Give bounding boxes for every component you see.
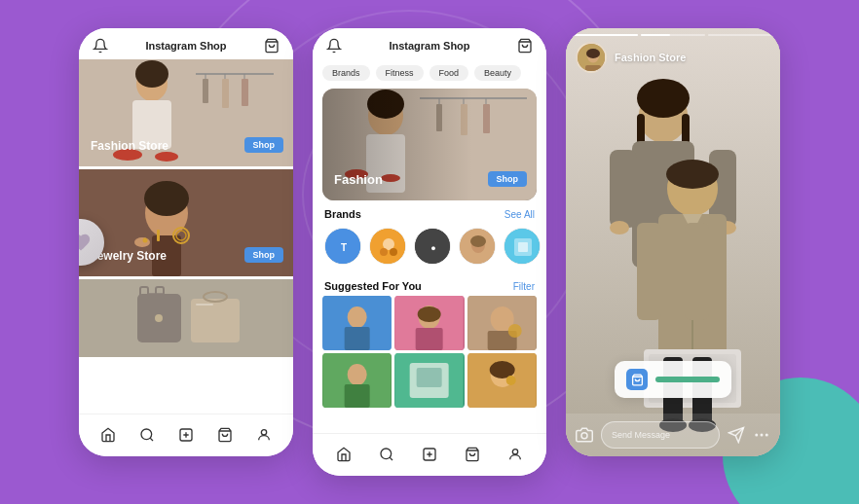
center-profile-icon: [507, 447, 523, 462]
svg-point-21: [134, 237, 150, 247]
svg-rect-69: [345, 327, 370, 350]
suggested-item-2[interactable]: [394, 296, 464, 350]
brand-3[interactable]: ●: [414, 228, 451, 265]
svg-point-57: [380, 248, 388, 256]
svg-point-16: [144, 181, 189, 216]
svg-point-107: [666, 160, 719, 189]
suggested-item-4[interactable]: [322, 353, 392, 408]
brand-1[interactable]: T: [324, 228, 361, 265]
svg-point-128: [761, 434, 764, 437]
svg-point-73: [418, 306, 441, 322]
send-icon[interactable]: [728, 426, 745, 444]
center-notification-icon: [326, 38, 342, 54]
hero-label: Fashion: [334, 172, 383, 187]
home-icon: [100, 427, 116, 443]
suggested-img-6: [467, 353, 537, 408]
brand-4[interactable]: [459, 228, 496, 265]
story-background: Fashion Store: [566, 28, 780, 456]
story-avatar-image: [578, 44, 607, 73]
brand-5-image: [504, 229, 541, 265]
suggested-img-2: [394, 296, 464, 350]
center-nav-search[interactable]: [379, 447, 394, 462]
suggested-item-5[interactable]: [394, 353, 464, 408]
svg-rect-80: [345, 384, 370, 408]
svg-rect-122: [585, 65, 601, 73]
center-nav-bag[interactable]: [465, 447, 480, 462]
camera-icon[interactable]: [576, 426, 593, 444]
category-beauty[interactable]: Beauty: [474, 65, 521, 81]
brands-see-all[interactable]: See All: [504, 209, 535, 220]
nav-add[interactable]: [178, 427, 194, 443]
shopping-bag-icon: [217, 427, 233, 443]
story-bottom-bar: Send Message: [566, 414, 780, 456]
suggested-img-5: [394, 353, 464, 408]
story-header: Fashion Store: [566, 42, 780, 73]
svg-point-68: [348, 306, 367, 328]
center-home-icon: [336, 447, 352, 462]
svg-line-33: [150, 438, 153, 441]
category-fitness[interactable]: Fitness: [376, 65, 424, 81]
svg-rect-31: [196, 304, 213, 306]
center-bag-icon: [517, 38, 533, 54]
hero-shop-button[interactable]: Shop: [488, 171, 528, 187]
hero-card: Fashion Shop: [322, 89, 537, 200]
cart-icon: [631, 374, 644, 386]
suggested-section-header: Suggested For You Filter: [313, 272, 546, 296]
svg-point-79: [348, 364, 367, 385]
suggested-item-1[interactable]: [322, 296, 392, 350]
svg-point-87: [505, 376, 515, 385]
story-message-placeholder: Send Message: [612, 430, 670, 440]
svg-line-89: [390, 457, 392, 460]
nav-home[interactable]: [100, 427, 116, 443]
center-nav-add[interactable]: [422, 447, 437, 462]
suggested-img-1: [322, 296, 392, 350]
nav-profile[interactable]: [256, 427, 272, 443]
category-food[interactable]: Food: [430, 65, 469, 81]
brand-2[interactable]: [369, 228, 406, 265]
suggested-img-4: [322, 353, 392, 408]
center-phone-header: Instagram Shop: [313, 28, 546, 59]
left-phone-header: Instagram Shop: [79, 28, 293, 59]
suggested-filter[interactable]: Filter: [513, 281, 535, 292]
jewelry-shop-button[interactable]: Shop: [244, 247, 284, 263]
suggested-item-6[interactable]: [467, 353, 537, 408]
svg-text:T: T: [341, 242, 347, 253]
suggested-item-3[interactable]: [467, 296, 537, 350]
svg-point-129: [766, 434, 768, 437]
brands-title: Brands: [324, 208, 361, 220]
left-phone-nav: [79, 414, 293, 456]
story-message-input[interactable]: Send Message: [601, 421, 720, 449]
center-shopping-bag-icon: [465, 447, 480, 462]
story-product-card[interactable]: [615, 361, 731, 398]
left-phone-title: Instagram Shop: [108, 40, 264, 52]
svg-rect-6: [222, 79, 229, 108]
brand-4-image: [460, 229, 496, 265]
svg-rect-20: [157, 230, 160, 241]
nav-search[interactable]: [139, 427, 155, 443]
center-nav-profile[interactable]: [507, 447, 523, 462]
more-options-icon[interactable]: [753, 426, 770, 444]
svg-point-77: [507, 324, 521, 338]
notification-icon: [93, 38, 108, 54]
center-phone: Instagram Shop Brands Fitness Food Beaut…: [313, 28, 546, 476]
center-phone-nav: [313, 433, 546, 476]
center-nav-home[interactable]: [336, 447, 352, 462]
fashion-shop-button[interactable]: Shop: [244, 137, 284, 153]
center-phone-title: Instagram Shop: [342, 40, 517, 52]
svg-point-121: [586, 49, 600, 58]
left-phone: Instagram Shop: [79, 28, 293, 456]
main-scene: Instagram Shop: [0, 0, 859, 504]
profile-icon: [256, 427, 272, 443]
story-account-name: Fashion Store: [615, 52, 686, 63]
svg-point-127: [755, 434, 758, 437]
category-brands[interactable]: Brands: [322, 65, 370, 81]
suggested-grid: [313, 296, 546, 408]
svg-rect-72: [416, 328, 443, 350]
center-add-icon: [422, 447, 437, 462]
svg-rect-8: [242, 79, 248, 106]
svg-text:●: ●: [430, 243, 435, 253]
svg-point-104: [610, 221, 629, 234]
brand-5[interactable]: [504, 228, 541, 265]
suggested-img-3: [467, 296, 537, 350]
nav-bag[interactable]: [217, 427, 233, 443]
